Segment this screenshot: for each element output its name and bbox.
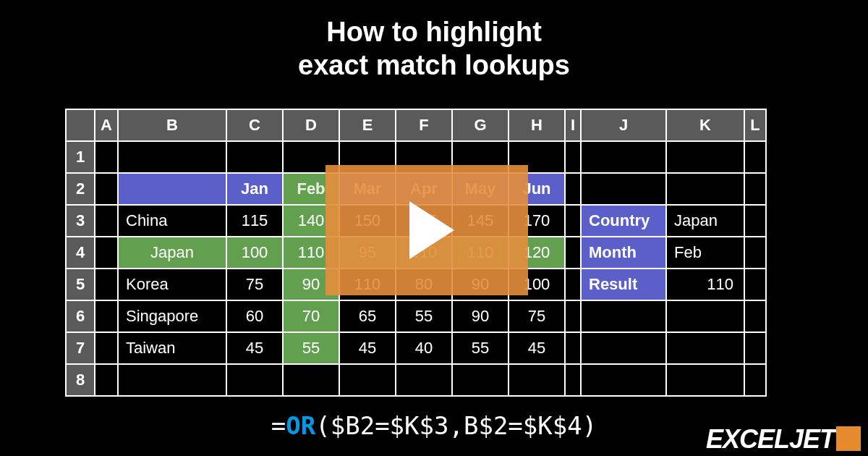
country-cell-highlighted[interactable]: Japan — [118, 237, 226, 269]
data-cell[interactable]: 45 — [509, 332, 565, 364]
lookup-country-value[interactable]: Japan — [666, 205, 744, 237]
data-cell[interactable]: 115 — [226, 205, 283, 237]
brand-logo: EXCELJET — [706, 424, 861, 455]
play-button[interactable] — [326, 165, 528, 295]
col-header-L[interactable]: L — [744, 109, 766, 141]
col-header-H[interactable]: H — [509, 109, 565, 141]
data-cell[interactable]: 75 — [226, 269, 283, 300]
row-header-1[interactable]: 1 — [66, 141, 95, 173]
cell[interactable] — [95, 173, 118, 205]
row-header-7[interactable]: 7 — [66, 332, 95, 364]
row-header-5[interactable]: 5 — [66, 269, 95, 300]
table-row: 6 Singapore 60 70 65 55 90 75 — [66, 300, 766, 332]
row-header-4[interactable]: 4 — [66, 237, 95, 269]
col-header-K[interactable]: K — [666, 109, 744, 141]
lookup-month-value[interactable]: Feb — [666, 237, 744, 269]
data-cell[interactable]: 45 — [226, 332, 283, 364]
col-header-E[interactable]: E — [339, 109, 396, 141]
data-cell[interactable]: 75 — [509, 300, 565, 332]
lookup-month-label[interactable]: Month — [581, 237, 666, 269]
title-line-2: exact match lookups — [298, 50, 570, 80]
country-cell[interactable]: China — [118, 205, 226, 237]
table-row: 7 Taiwan 45 55 45 40 55 45 — [66, 332, 766, 364]
col-header-I[interactable]: I — [565, 109, 581, 141]
col-header-C[interactable]: C — [226, 109, 283, 141]
data-cell[interactable]: 55 — [452, 332, 509, 364]
formula-function: OR — [286, 411, 315, 440]
data-cell[interactable]: 40 — [396, 332, 452, 364]
data-cell-highlighted[interactable]: 55 — [283, 332, 339, 364]
row-header-3[interactable]: 3 — [66, 205, 95, 237]
col-header-D[interactable]: D — [283, 109, 339, 141]
row-header-2[interactable]: 2 — [66, 173, 95, 205]
page-title: How to highlight exact match lookups — [0, 0, 868, 82]
corner-cell — [66, 109, 95, 141]
data-cell[interactable]: 55 — [396, 300, 452, 332]
data-cell[interactable]: 90 — [452, 300, 509, 332]
data-cell[interactable]: 60 — [226, 300, 283, 332]
data-cell-highlighted[interactable]: 100 — [226, 237, 283, 269]
lookup-country-label[interactable]: Country — [581, 205, 666, 237]
col-header-G[interactable]: G — [452, 109, 509, 141]
title-line-1: How to highlight — [326, 17, 542, 47]
formula-prefix: = — [271, 411, 286, 440]
column-header-row: A B C D E F G H I J K L — [66, 109, 766, 141]
row-header-8[interactable]: 8 — [66, 364, 95, 396]
play-icon — [409, 201, 454, 259]
data-cell-highlighted[interactable]: 70 — [283, 300, 339, 332]
logo-box-icon — [836, 426, 861, 451]
month-header[interactable]: Jan — [226, 173, 283, 205]
col-header-F[interactable]: F — [396, 109, 452, 141]
country-cell[interactable]: Korea — [118, 269, 226, 300]
table-row: 8 — [66, 364, 766, 396]
data-cell[interactable]: 45 — [339, 332, 396, 364]
col-header-A[interactable]: A — [95, 109, 118, 141]
data-cell[interactable]: 65 — [339, 300, 396, 332]
row-header-6[interactable]: 6 — [66, 300, 95, 332]
logo-text: EXCELJET — [706, 424, 835, 454]
country-cell[interactable]: Singapore — [118, 300, 226, 332]
lookup-result-value[interactable]: 110 — [666, 269, 744, 300]
country-header-blank[interactable] — [118, 173, 226, 205]
col-header-B[interactable]: B — [118, 109, 226, 141]
lookup-result-label[interactable]: Result — [581, 269, 666, 300]
country-cell[interactable]: Taiwan — [118, 332, 226, 364]
formula-args: ($B2=$K$3,B$2=$K$4) — [315, 411, 597, 440]
col-header-J[interactable]: J — [581, 109, 666, 141]
